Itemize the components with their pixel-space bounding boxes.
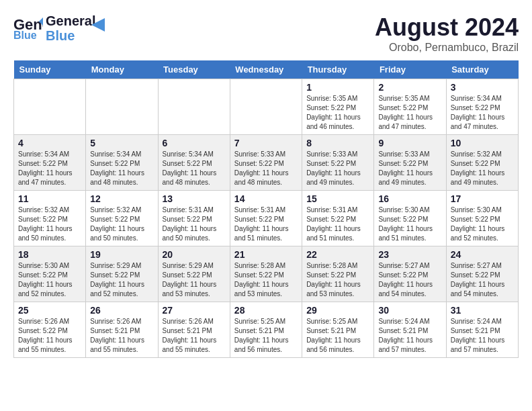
day-cell: 20Sunrise: 5:29 AM Sunset: 5:22 PM Dayli… — [158, 246, 230, 302]
day-cell: 29Sunrise: 5:25 AM Sunset: 5:21 PM Dayli… — [302, 302, 374, 358]
day-cell: 14Sunrise: 5:31 AM Sunset: 5:22 PM Dayli… — [230, 191, 302, 246]
logo-icon: General Blue — [13, 16, 43, 40]
day-info: Sunrise: 5:24 AM Sunset: 5:21 PM Dayligh… — [378, 317, 441, 355]
day-info: Sunrise: 5:34 AM Sunset: 5:22 PM Dayligh… — [451, 94, 514, 132]
day-number: 13 — [163, 193, 226, 204]
day-number: 5 — [90, 138, 153, 148]
day-number: 24 — [451, 249, 514, 260]
day-number: 2 — [378, 82, 441, 93]
svg-marker-3 — [91, 18, 105, 32]
day-info: Sunrise: 5:32 AM Sunset: 5:22 PM Dayligh… — [18, 205, 81, 243]
day-info: Sunrise: 5:25 AM Sunset: 5:21 PM Dayligh… — [234, 317, 298, 355]
day-info: Sunrise: 5:34 AM Sunset: 5:22 PM Dayligh… — [90, 150, 153, 187]
main-title: August 2024 — [375, 13, 519, 42]
title-section: August 2024 Orobo, Pernambuco, Brazil — [375, 13, 519, 54]
day-info: Sunrise: 5:34 AM Sunset: 5:22 PM Dayligh… — [163, 150, 226, 187]
day-number: 12 — [90, 193, 153, 204]
day-info: Sunrise: 5:31 AM Sunset: 5:22 PM Dayligh… — [234, 205, 298, 243]
day-cell: 3Sunrise: 5:34 AM Sunset: 5:22 PM Daylig… — [446, 79, 518, 135]
day-number: 10 — [451, 138, 514, 148]
day-info: Sunrise: 5:29 AM Sunset: 5:22 PM Dayligh… — [90, 261, 153, 299]
day-info: Sunrise: 5:33 AM Sunset: 5:22 PM Dayligh… — [378, 150, 441, 187]
day-cell: 17Sunrise: 5:30 AM Sunset: 5:22 PM Dayli… — [446, 191, 518, 246]
day-cell: 8Sunrise: 5:33 AM Sunset: 5:22 PM Daylig… — [302, 135, 374, 191]
day-cell: 18Sunrise: 5:30 AM Sunset: 5:22 PM Dayli… — [14, 246, 86, 302]
day-cell: 9Sunrise: 5:33 AM Sunset: 5:22 PM Daylig… — [374, 135, 446, 191]
day-info: Sunrise: 5:28 AM Sunset: 5:22 PM Dayligh… — [306, 261, 369, 299]
day-info: Sunrise: 5:25 AM Sunset: 5:21 PM Dayligh… — [306, 317, 369, 355]
weekday-header-monday: Monday — [86, 60, 158, 79]
weekday-header-wednesday: Wednesday — [230, 60, 302, 79]
day-cell: 5Sunrise: 5:34 AM Sunset: 5:22 PM Daylig… — [86, 135, 158, 191]
logo-arrow-icon — [91, 18, 105, 32]
day-cell: 4Sunrise: 5:34 AM Sunset: 5:22 PM Daylig… — [14, 135, 86, 191]
day-cell — [14, 79, 86, 135]
day-number: 1 — [306, 82, 369, 93]
day-number: 3 — [451, 82, 514, 93]
day-cell: 21Sunrise: 5:28 AM Sunset: 5:22 PM Dayli… — [230, 246, 302, 302]
day-number: 7 — [234, 138, 298, 148]
day-info: Sunrise: 5:30 AM Sunset: 5:22 PM Dayligh… — [378, 205, 441, 243]
week-row-2: 4Sunrise: 5:34 AM Sunset: 5:22 PM Daylig… — [14, 135, 519, 191]
day-info: Sunrise: 5:27 AM Sunset: 5:22 PM Dayligh… — [451, 261, 514, 299]
day-number: 22 — [306, 249, 369, 260]
svg-text:Blue: Blue — [13, 30, 37, 40]
week-row-3: 11Sunrise: 5:32 AM Sunset: 5:22 PM Dayli… — [14, 191, 519, 246]
day-info: Sunrise: 5:33 AM Sunset: 5:22 PM Dayligh… — [306, 150, 369, 187]
day-info: Sunrise: 5:33 AM Sunset: 5:22 PM Dayligh… — [234, 150, 298, 187]
weekday-header-row: SundayMondayTuesdayWednesdayThursdayFrid… — [14, 60, 519, 79]
day-cell: 1Sunrise: 5:35 AM Sunset: 5:22 PM Daylig… — [302, 79, 374, 135]
day-number: 6 — [163, 138, 226, 148]
day-cell: 22Sunrise: 5:28 AM Sunset: 5:22 PM Dayli… — [302, 246, 374, 302]
day-cell — [158, 79, 230, 135]
day-number: 27 — [163, 305, 226, 316]
day-cell: 10Sunrise: 5:32 AM Sunset: 5:22 PM Dayli… — [446, 135, 518, 191]
day-info: Sunrise: 5:35 AM Sunset: 5:22 PM Dayligh… — [378, 94, 441, 132]
day-number: 28 — [234, 305, 298, 316]
day-cell: 13Sunrise: 5:31 AM Sunset: 5:22 PM Dayli… — [158, 191, 230, 246]
logo-general: General — [46, 13, 95, 28]
day-number: 23 — [378, 249, 441, 260]
day-number: 25 — [18, 305, 81, 316]
day-info: Sunrise: 5:26 AM Sunset: 5:21 PM Dayligh… — [90, 317, 153, 355]
logo-blue: Blue — [46, 28, 95, 43]
day-cell: 26Sunrise: 5:26 AM Sunset: 5:21 PM Dayli… — [86, 302, 158, 358]
weekday-header-friday: Friday — [374, 60, 446, 79]
day-number: 8 — [306, 138, 369, 148]
weekday-header-thursday: Thursday — [302, 60, 374, 79]
day-info: Sunrise: 5:26 AM Sunset: 5:21 PM Dayligh… — [163, 317, 226, 355]
day-info: Sunrise: 5:31 AM Sunset: 5:22 PM Dayligh… — [306, 205, 369, 243]
day-number: 31 — [451, 305, 514, 316]
day-info: Sunrise: 5:32 AM Sunset: 5:22 PM Dayligh… — [90, 205, 153, 243]
day-number: 29 — [306, 305, 369, 316]
day-cell: 19Sunrise: 5:29 AM Sunset: 5:22 PM Dayli… — [86, 246, 158, 302]
week-row-4: 18Sunrise: 5:30 AM Sunset: 5:22 PM Dayli… — [14, 246, 519, 302]
day-cell: 24Sunrise: 5:27 AM Sunset: 5:22 PM Dayli… — [446, 246, 518, 302]
day-cell: 6Sunrise: 5:34 AM Sunset: 5:22 PM Daylig… — [158, 135, 230, 191]
calendar-table: SundayMondayTuesdayWednesdayThursdayFrid… — [13, 60, 519, 358]
day-cell — [230, 79, 302, 135]
day-number: 14 — [234, 193, 298, 204]
day-number: 30 — [378, 305, 441, 316]
day-cell: 28Sunrise: 5:25 AM Sunset: 5:21 PM Dayli… — [230, 302, 302, 358]
day-cell: 12Sunrise: 5:32 AM Sunset: 5:22 PM Dayli… — [86, 191, 158, 246]
day-number: 15 — [306, 193, 369, 204]
day-cell — [86, 79, 158, 135]
weekday-header-saturday: Saturday — [446, 60, 518, 79]
day-cell: 31Sunrise: 5:24 AM Sunset: 5:21 PM Dayli… — [446, 302, 518, 358]
day-cell: 7Sunrise: 5:33 AM Sunset: 5:22 PM Daylig… — [230, 135, 302, 191]
day-info: Sunrise: 5:31 AM Sunset: 5:22 PM Dayligh… — [163, 205, 226, 243]
day-number: 11 — [18, 193, 81, 204]
day-cell: 2Sunrise: 5:35 AM Sunset: 5:22 PM Daylig… — [374, 79, 446, 135]
weekday-header-sunday: Sunday — [14, 60, 86, 79]
day-info: Sunrise: 5:35 AM Sunset: 5:22 PM Dayligh… — [306, 94, 369, 132]
day-number: 4 — [18, 138, 81, 148]
day-info: Sunrise: 5:24 AM Sunset: 5:21 PM Dayligh… — [451, 317, 514, 355]
day-info: Sunrise: 5:26 AM Sunset: 5:22 PM Dayligh… — [18, 317, 81, 355]
day-info: Sunrise: 5:28 AM Sunset: 5:22 PM Dayligh… — [234, 261, 298, 299]
day-info: Sunrise: 5:27 AM Sunset: 5:22 PM Dayligh… — [378, 261, 441, 299]
day-cell: 16Sunrise: 5:30 AM Sunset: 5:22 PM Dayli… — [374, 191, 446, 246]
day-number: 21 — [234, 249, 298, 260]
day-cell: 23Sunrise: 5:27 AM Sunset: 5:22 PM Dayli… — [374, 246, 446, 302]
day-cell: 27Sunrise: 5:26 AM Sunset: 5:21 PM Dayli… — [158, 302, 230, 358]
